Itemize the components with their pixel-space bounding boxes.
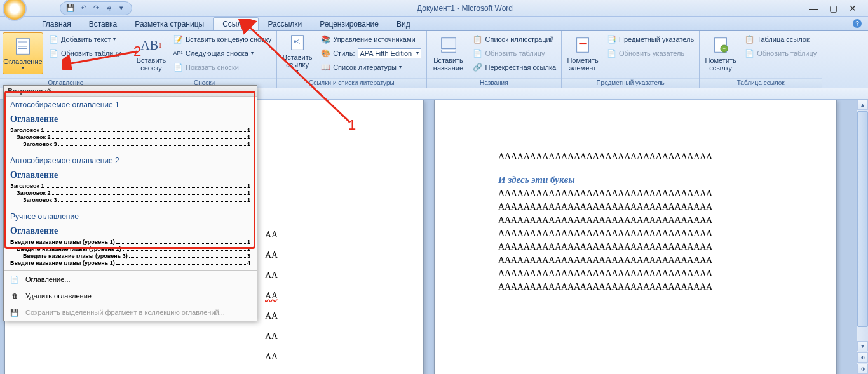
gallery-item-title: Автособираемое оглавление 1 bbox=[10, 100, 250, 109]
print-preview-icon[interactable]: 🖨 bbox=[104, 3, 114, 13]
tab-references[interactable]: Ссылки bbox=[213, 17, 259, 30]
page2-line: АААААААААААААААААААААААААААААААААА bbox=[498, 200, 773, 213]
close-button[interactable]: ✕ bbox=[849, 3, 857, 13]
gallery-item-title: Автособираемое оглавление 2 bbox=[10, 156, 250, 165]
qat-more-icon[interactable]: ▾ bbox=[116, 3, 126, 13]
index-label: Предметный указатель bbox=[619, 36, 694, 43]
style-select[interactable]: APA Fifth Edition▾ bbox=[358, 48, 421, 58]
scroll-thumb[interactable] bbox=[857, 111, 868, 327]
update-auth-icon: 📄 bbox=[744, 48, 754, 58]
toc-preview-heading: Оглавление bbox=[10, 114, 250, 124]
svg-rect-7 bbox=[441, 38, 456, 49]
page2-line: АААААААААААААААААААААААААААААААААА bbox=[498, 240, 773, 253]
vertical-scrollbar[interactable]: ▲ ▼ ◐ ◑ bbox=[857, 100, 868, 374]
citation-style-row: 🎨 Стиль: APA Fifth Edition▾ bbox=[318, 46, 423, 60]
redo-icon[interactable]: ↷ bbox=[91, 3, 101, 13]
svg-text:+: + bbox=[723, 46, 726, 51]
table-auth-button[interactable]: 📋 Таблица ссылок bbox=[742, 32, 819, 46]
minimize-button[interactable]: — bbox=[809, 3, 818, 13]
page2-line: АААААААААААААААААААААААААААААААААА bbox=[498, 187, 773, 200]
add-text-button[interactable]: 📄 Добавить текст ▾ bbox=[46, 32, 123, 46]
doc-icon: 📄 bbox=[9, 274, 20, 285]
insert-citation-label: Вставить ссылку bbox=[281, 53, 314, 69]
group-label-citations: Ссылки и списки литературы bbox=[277, 78, 426, 88]
scroll-down-button[interactable]: ▼ bbox=[857, 341, 868, 351]
page2-line: АААААААААААААААААААААААААААААААААА bbox=[498, 267, 773, 280]
page2-heading: И здесь эти буквы bbox=[498, 175, 773, 185]
title-bar: 💾 ↶ ↷ 🖨 ▾ Документ1 - Microsoft Word — ▢… bbox=[0, 0, 868, 17]
svg-point-6 bbox=[294, 40, 297, 43]
update-toc-button[interactable]: 📄 Обновить таблицу bbox=[46, 46, 123, 60]
next-page-button[interactable]: ◑ bbox=[857, 364, 868, 374]
gallery-item-auto2[interactable]: Автособираемое оглавление 2 Оглавление З… bbox=[4, 152, 257, 208]
list-figures-label: Список иллюстраций bbox=[485, 36, 554, 43]
quick-access-toolbar: 💾 ↶ ↷ 🖨 ▾ bbox=[60, 1, 132, 15]
menu-insert-toc[interactable]: 📄 Оглавление... bbox=[4, 271, 257, 288]
tab-layout[interactable]: Разметка страницы bbox=[126, 18, 213, 30]
gallery-header-builtin: Встроенный bbox=[4, 86, 257, 97]
update-index-icon: 📄 bbox=[606, 48, 616, 58]
next-footnote-label: Следующая сноска bbox=[186, 50, 248, 57]
ribbon-tabs: Главная Вставка Разметка страницы Ссылки… bbox=[0, 17, 868, 31]
toc-icon bbox=[13, 36, 33, 57]
table-auth-label: Таблица ссылок bbox=[757, 36, 810, 43]
gallery-item-manual[interactable]: Ручное оглавление Оглавление Введите наз… bbox=[4, 208, 257, 270]
show-notes-button: 📄 Показать сноски bbox=[170, 60, 274, 74]
save-selection-icon: 💾 bbox=[9, 307, 20, 318]
index-icon: 📑 bbox=[606, 34, 616, 44]
endnote-icon: 📝 bbox=[173, 34, 183, 44]
update-captions-button: 📄 Обновить таблицу bbox=[470, 46, 559, 60]
group-label-captions: Названия bbox=[427, 78, 562, 88]
insert-endnote-label: Вставить концевую сноску bbox=[186, 36, 271, 43]
menu-remove-toc[interactable]: 🗑 Удалить оглавление bbox=[4, 288, 257, 304]
insert-endnote-button[interactable]: 📝 Вставить концевую сноску bbox=[170, 32, 274, 46]
mark-citation-icon: + bbox=[710, 35, 731, 55]
prev-page-button[interactable]: ◐ bbox=[857, 352, 868, 363]
style-icon: 🎨 bbox=[320, 48, 330, 58]
insert-index-button[interactable]: 📑 Предметный указатель bbox=[604, 32, 696, 46]
cross-ref-button[interactable]: 🔗 Перекрестная ссылка bbox=[470, 60, 559, 74]
update-auth-button: 📄 Обновить таблицу bbox=[742, 46, 819, 60]
update-index-label: Обновить указатель bbox=[619, 50, 684, 57]
gallery-footer: 📄 Оглавление... 🗑 Удалить оглавление 💾 С… bbox=[4, 270, 257, 321]
tab-insert[interactable]: Вставка bbox=[80, 18, 126, 30]
group-label-auth: Таблица ссылок bbox=[700, 78, 822, 88]
group-index: Пометить элемент 📑 Предметный указатель … bbox=[562, 31, 700, 88]
ribbon: Оглавление ▾ 📄 Добавить текст ▾ 📄 Обнови… bbox=[0, 31, 868, 88]
tab-view[interactable]: Вид bbox=[388, 18, 419, 30]
group-citations: Вставить ссылку ▾ 📚 Управление источника… bbox=[277, 31, 426, 88]
tab-home[interactable]: Главная bbox=[33, 18, 80, 30]
manage-sources-icon: 📚 bbox=[320, 34, 330, 44]
toc-button[interactable]: Оглавление ▾ bbox=[3, 32, 43, 74]
toc-gallery: Встроенный Автособираемое оглавление 1 О… bbox=[3, 85, 257, 321]
manage-sources-button[interactable]: 📚 Управление источниками bbox=[318, 32, 423, 46]
scroll-up-button[interactable]: ▲ bbox=[857, 100, 868, 110]
page-2[interactable]: АААААААААААААААААААААААААААААААААА И зде… bbox=[434, 100, 837, 374]
window-title: Документ1 - Microsoft Word bbox=[132, 4, 797, 13]
list-figures-button[interactable]: 📋 Список иллюстраций bbox=[470, 32, 559, 46]
save-icon[interactable]: 💾 bbox=[65, 3, 76, 13]
insert-caption-button[interactable]: Вставить название bbox=[430, 32, 468, 74]
update-auth-label: Обновить таблицу bbox=[757, 50, 817, 57]
annotation-label-1: 1 bbox=[348, 117, 356, 133]
next-footnote-button[interactable]: AB¹ Следующая сноска ▾ bbox=[170, 46, 274, 60]
tab-mailings[interactable]: Рассылки bbox=[259, 18, 311, 30]
mark-citation-button[interactable]: + Пометить ссылку bbox=[702, 32, 739, 74]
cross-ref-icon: 🔗 bbox=[473, 62, 483, 72]
next-footnote-icon: AB¹ bbox=[173, 48, 183, 58]
page2-line: АААААААААААААААААААААААААААААААААА bbox=[498, 150, 773, 163]
insert-citation-button[interactable]: Вставить ссылку ▾ bbox=[280, 32, 315, 74]
maximize-button[interactable]: ▢ bbox=[829, 3, 837, 13]
style-label: Стиль: bbox=[333, 50, 355, 57]
tab-review[interactable]: Рецензирование bbox=[311, 18, 388, 30]
annotation-label-2: 2 bbox=[133, 43, 141, 60]
bibliography-button[interactable]: 📖 Список литературы ▾ bbox=[318, 60, 423, 74]
gallery-item-auto1[interactable]: Автособираемое оглавление 1 Оглавление З… bbox=[4, 97, 257, 152]
mark-entry-button[interactable]: Пометить элемент bbox=[564, 32, 601, 74]
toc-preview-heading: Оглавление bbox=[10, 170, 250, 180]
footnote-icon: AB1 bbox=[141, 35, 161, 55]
caption-icon bbox=[438, 35, 459, 55]
undo-icon[interactable]: ↶ bbox=[78, 3, 88, 13]
help-icon[interactable]: ? bbox=[853, 19, 862, 28]
page2-line: АААААААААААААААААААААААААААААААААА bbox=[498, 253, 773, 267]
